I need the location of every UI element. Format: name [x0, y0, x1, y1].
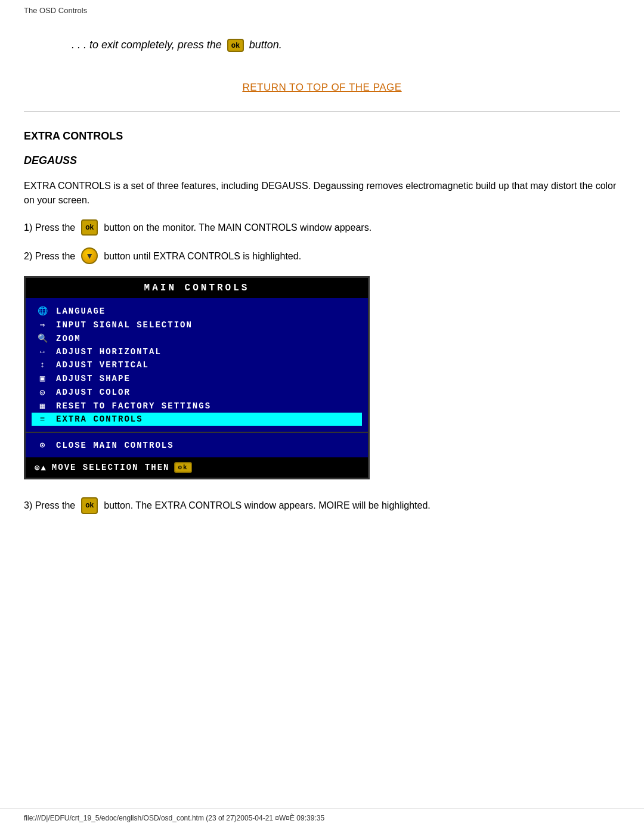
step1-prefix: 1) Press the	[24, 220, 75, 236]
osd-label-extra-controls: EXTRA CONTROLS	[56, 414, 143, 424]
step-2: 2) Press the ▼ button until EXTRA CONTRO…	[24, 247, 620, 264]
step3-prefix: 3) Press the	[24, 498, 75, 513]
osd-item-adjust-shape: ▣ ADJUST SHAPE	[35, 371, 359, 385]
ok-button-icon-step1: ok	[81, 219, 98, 236]
footer-icons: ⊙▲	[35, 463, 47, 473]
osd-item-reset-factory: ▦ RESET TO FACTORY SETTINGS	[35, 399, 359, 413]
return-to-top-link[interactable]: RETURN TO TOP OF THE PAGE	[242, 82, 401, 93]
degauss-subtitle: DEGAUSS	[24, 154, 620, 167]
step2-prefix: 2) Press the	[24, 249, 75, 264]
adjust-shape-icon: ▣	[35, 373, 51, 383]
osd-label-language: LANGUAGE	[56, 306, 106, 316]
osd-item-adjust-vertical: ↕ ADJUST VERTICAL	[35, 358, 359, 371]
osd-item-adjust-color: ◎ ADJUST COLOR	[35, 385, 359, 399]
osd-item-adjust-horizontal: ↔ ADJUST HORIZONTAL	[35, 345, 359, 358]
ok-button-icon-top: ok	[227, 39, 244, 52]
step1-suffix: button on the monitor. The MAIN CONTROLS…	[104, 220, 371, 236]
adjust-vertical-icon: ↕	[35, 360, 51, 370]
osd-screen: MAIN CONTROLS 🌐 LANGUAGE ⇒ INPUT SIGNAL …	[24, 276, 370, 479]
input-signal-icon: ⇒	[35, 320, 51, 330]
osd-item-language: 🌐 LANGUAGE	[35, 304, 359, 318]
osd-close-row: ⊙ CLOSE MAIN CONTROLS	[35, 438, 359, 453]
page-header-label: The OSD Controls	[24, 6, 620, 15]
footer-label: MOVE SELECTION THEN	[52, 463, 170, 472]
close-icon: ⊙	[35, 440, 51, 450]
section-divider	[24, 112, 620, 112]
step-1: 1) Press the ok button on the monitor. T…	[24, 219, 620, 236]
page-footer: file:///D|/EDFU/crt_19_5/edoc/english/OS…	[0, 809, 644, 827]
extra-controls-icon: ≡	[35, 414, 51, 424]
osd-footer-bar: ⊙▲ MOVE SELECTION THEN ok	[26, 457, 368, 478]
osd-item-input-signal: ⇒ INPUT SIGNAL SELECTION	[35, 318, 359, 332]
ok-button-icon-step3: ok	[81, 497, 98, 513]
osd-close-label: CLOSE MAIN CONTROLS	[56, 441, 174, 450]
adjust-horizontal-icon: ↔	[35, 347, 51, 357]
top-section: . . . to exit completely, press the ok b…	[24, 21, 620, 70]
exit-text-before: . . . to exit completely, press the	[72, 39, 222, 51]
osd-label-zoom: ZOOM	[56, 334, 81, 343]
osd-menu-items: 🌐 LANGUAGE ⇒ INPUT SIGNAL SELECTION 🔍 ZO…	[26, 298, 368, 432]
ok-small-footer: ok	[174, 462, 191, 473]
osd-item-zoom: 🔍 ZOOM	[35, 332, 359, 345]
reset-factory-icon: ▦	[35, 401, 51, 411]
osd-item-extra-controls: ≡ EXTRA CONTROLS	[32, 413, 362, 426]
osd-label-reset-factory: RESET TO FACTORY SETTINGS	[56, 401, 211, 411]
return-link-container[interactable]: RETURN TO TOP OF THE PAGE	[24, 70, 620, 112]
osd-label-adjust-shape: ADJUST SHAPE	[56, 374, 131, 383]
extra-controls-title: EXTRA CONTROLS	[24, 130, 620, 143]
zoom-icon: 🔍	[35, 333, 51, 343]
step3-suffix: button. The EXTRA CONTROLS window appear…	[104, 498, 431, 513]
footer-text: file:///D|/EDFU/crt_19_5/edoc/english/OS…	[24, 814, 324, 822]
exit-text-after: button.	[249, 39, 282, 51]
body-description: EXTRA CONTROLS is a set of three feature…	[24, 179, 620, 208]
osd-bottom-section: ⊙ CLOSE MAIN CONTROLS	[26, 432, 368, 457]
down-button-icon-step2: ▼	[81, 247, 98, 264]
adjust-color-icon: ◎	[35, 387, 51, 397]
osd-label-input-signal: INPUT SIGNAL SELECTION	[56, 320, 193, 330]
step2-suffix: button until EXTRA CONTROLS is highlight…	[104, 249, 301, 264]
osd-title-bar: MAIN CONTROLS	[26, 278, 368, 298]
osd-label-adjust-vertical: ADJUST VERTICAL	[56, 360, 149, 370]
language-icon: 🌐	[35, 306, 51, 316]
osd-label-adjust-color: ADJUST COLOR	[56, 388, 131, 397]
osd-label-adjust-horizontal: ADJUST HORIZONTAL	[56, 347, 162, 357]
step-3: 3) Press the ok button. The EXTRA CONTRO…	[24, 497, 620, 513]
